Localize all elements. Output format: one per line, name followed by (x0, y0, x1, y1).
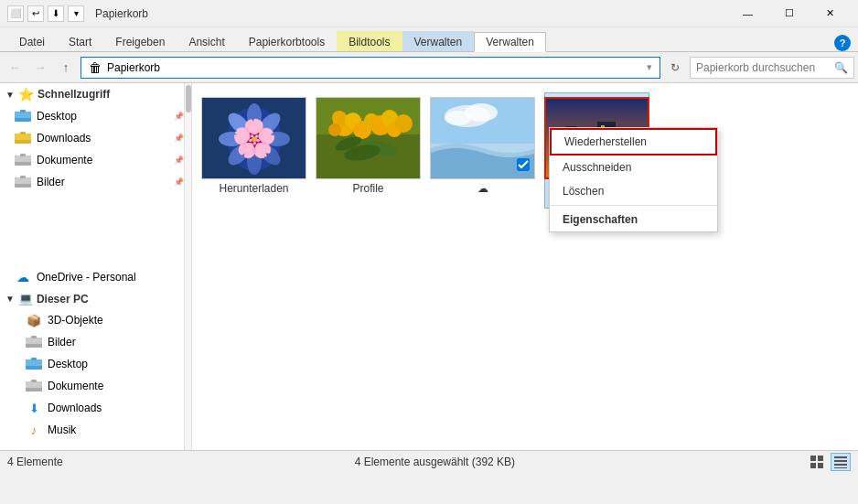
sidebar-item-musik[interactable]: ♪ Musik (0, 419, 191, 441)
sidebar-item-downloads[interactable]: Downloads 📌 (0, 127, 191, 149)
file-herunterladen-label: Herunterladen (206, 182, 302, 195)
sidebar-item-dokumente2[interactable]: Dokumente (0, 375, 191, 397)
bilder-folder-icon (15, 174, 31, 190)
sidebar-item-desktop[interactable]: Desktop 📌 (0, 105, 191, 127)
sidebar-item-bilder2[interactable]: Bilder (0, 331, 191, 353)
sidebar-section-pc[interactable]: ▼ 💻 Dieser PC (0, 288, 191, 309)
onedrive-label: OneDrive - Personal (37, 271, 184, 284)
file-profile[interactable]: Profile (316, 92, 421, 209)
tb-icon-1[interactable]: ⬜ (7, 5, 24, 22)
loeschen-label: Löschen (563, 185, 604, 198)
title-bar-title: Papierkorb (95, 7, 148, 20)
context-menu-eigenschaften[interactable]: Eigenschaften (550, 208, 717, 231)
context-menu-ausschneiden[interactable]: Ausschneiden (550, 155, 717, 179)
downloads-label: Downloads (37, 132, 168, 145)
help-button[interactable]: ? (834, 35, 851, 51)
large-icons-view-button[interactable] (807, 453, 827, 471)
sidebar-item-desktop2[interactable]: Desktop (0, 353, 191, 375)
tab-papierkorbtools[interactable]: Papierkorbtools (237, 31, 337, 51)
address-dropdown-icon[interactable]: ▾ (647, 61, 652, 73)
status-bar: 4 Elemente 4 Elemente ausgewählt (392 KB… (0, 450, 858, 472)
dokumente-folder-icon (15, 152, 31, 168)
tab-verwalten2[interactable]: Verwalten (474, 32, 546, 52)
back-button[interactable]: ← (4, 57, 26, 79)
bilder-label: Bilder (37, 176, 168, 188)
pc-icon: 💻 (18, 292, 33, 306)
svg-rect-11 (20, 176, 26, 178)
svg-point-24 (247, 149, 262, 175)
svg-rect-5 (20, 132, 26, 134)
title-bar-icons: ⬜ ↩ ⬇ ▾ (7, 5, 84, 22)
close-button[interactable]: ✕ (810, 0, 851, 27)
pin-icon-dokumente: 📌 (174, 155, 184, 165)
context-menu-separator (550, 205, 717, 206)
dokumente2-label: Dokumente (48, 380, 184, 392)
svg-rect-16 (26, 359, 42, 366)
tb-icon-3[interactable]: ⬇ (48, 5, 64, 22)
wiederherstellen-label: Wiederherstellen (564, 135, 647, 148)
tb-icon-4[interactable]: ▾ (68, 5, 84, 22)
search-field[interactable]: 🔍 (690, 57, 854, 79)
title-bar-controls: — ☐ ✕ (727, 0, 851, 27)
forward-button[interactable]: → (29, 57, 51, 79)
check-mark (516, 157, 531, 175)
svg-point-36 (332, 111, 347, 125)
tab-bildtools[interactable]: Bildtools (337, 31, 402, 51)
eigenschaften-label: Eigenschaften (563, 213, 638, 226)
address-field[interactable]: 🗑 Papierkorb ▾ (80, 57, 660, 79)
sidebar-scrollbar[interactable] (184, 83, 191, 450)
tab-datei[interactable]: Datei (7, 31, 57, 51)
chevron-icon: ▼ (5, 90, 15, 100)
tab-freigeben[interactable]: Freigeben (103, 31, 177, 51)
svg-rect-13 (26, 338, 42, 344)
tab-verwalten1[interactable]: Verwalten (402, 31, 475, 51)
details-view-button[interactable] (831, 453, 851, 471)
3d-icon: 📦 (26, 312, 42, 328)
file-wave[interactable]: ☁ (430, 92, 535, 209)
context-menu-loeschen[interactable]: Löschen (550, 179, 717, 203)
svg-rect-74 (834, 460, 847, 462)
svg-rect-72 (818, 463, 823, 468)
svg-rect-19 (26, 381, 42, 388)
tab-start[interactable]: Start (57, 31, 103, 51)
desktop-folder-icon (15, 108, 31, 124)
svg-point-38 (328, 123, 341, 136)
svg-rect-7 (15, 155, 31, 162)
sidebar-item-onedrive[interactable]: ☁ OneDrive - Personal (0, 266, 191, 288)
svg-rect-71 (810, 463, 816, 468)
sidebar-item-downloads2[interactable]: ⬇ Downloads (0, 397, 191, 419)
sidebar-section-schnellzugriff[interactable]: ▼ ⭐ Schnellzugriff (0, 83, 191, 105)
address-bar: ← → ↑ 🗑 Papierkorb ▾ ↻ 🔍 (0, 52, 858, 83)
context-menu-wiederherstellen[interactable]: Wiederherstellen (550, 128, 717, 155)
pc-chevron-icon: ▼ (5, 294, 15, 304)
svg-rect-69 (810, 456, 816, 461)
desktop2-icon (26, 356, 42, 372)
tb-icon-2[interactable]: ↩ (27, 5, 44, 22)
address-path: Papierkorb (107, 61, 160, 74)
sidebar-item-bilder[interactable]: Bilder 📌 (0, 171, 191, 193)
tab-ansicht[interactable]: Ansicht (177, 31, 236, 51)
up-button[interactable]: ↑ (55, 57, 77, 79)
search-icon: 🔍 (834, 61, 848, 74)
sidebar: ▼ ⭐ Schnellzugriff Desktop 📌 Downloads 📌… (0, 83, 192, 450)
file-grid: Herunterladen (192, 83, 858, 218)
search-input[interactable] (696, 61, 831, 74)
svg-rect-75 (834, 464, 847, 466)
3d-label: 3D-Objekte (48, 314, 184, 327)
context-menu: Wiederherstellen Ausschneiden Löschen Ei… (549, 127, 718, 232)
minimize-button[interactable]: — (727, 0, 768, 27)
ausschneiden-label: Ausschneiden (563, 161, 631, 174)
svg-rect-14 (31, 336, 37, 338)
thumb-berries (316, 97, 421, 179)
svg-rect-73 (834, 456, 847, 458)
svg-rect-20 (31, 380, 37, 382)
refresh-button[interactable]: ↻ (664, 57, 686, 79)
sidebar-item-3d[interactable]: 📦 3D-Objekte (0, 309, 191, 331)
desktop2-label: Desktop (48, 358, 184, 370)
maximize-button[interactable]: ☐ (768, 0, 810, 27)
file-herunterladen[interactable]: Herunterladen (201, 92, 306, 209)
svg-rect-8 (20, 154, 26, 156)
sidebar-item-dokumente[interactable]: Dokumente 📌 (0, 149, 191, 171)
musik-label: Musik (48, 424, 184, 436)
svg-rect-70 (818, 456, 823, 461)
